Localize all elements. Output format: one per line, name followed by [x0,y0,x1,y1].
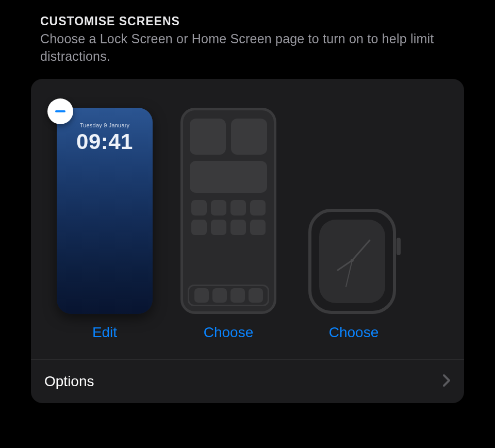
dock-placeholder [188,285,269,306]
widget-placeholder [190,119,226,155]
previews-row: Tuesday 9 January 09:41 Edit [31,79,464,359]
watch-crown-icon [397,238,401,255]
app-icon-placeholder [194,288,209,303]
app-icon-grid [191,200,266,235]
remove-lock-screen-button[interactable] [47,98,73,124]
lock-screen-date: Tuesday 9 January [57,122,153,128]
app-icon-placeholder [230,220,246,235]
app-icon-placeholder [249,288,263,303]
watch-face-preview[interactable]: Choose [308,209,399,341]
app-icon-placeholder [230,200,246,215]
section-header: CUSTOMISE SCREENS Choose a Lock Screen o… [31,14,464,72]
lock-screen-time: 09:41 [57,129,153,154]
section-title: CUSTOMISE SCREENS [40,14,455,28]
watch-icon[interactable] [308,209,399,314]
widget-placeholder-wide [190,161,267,193]
choose-watch-face-button[interactable]: Choose [329,324,379,341]
minus-icon [55,110,65,112]
options-label: Options [44,373,94,390]
choose-home-screen-button[interactable]: Choose [204,324,254,341]
app-icon-placeholder [211,220,226,235]
app-icon-placeholder [191,220,207,235]
lock-screen-phone[interactable]: Tuesday 9 January 09:41 [57,108,153,314]
svg-point-3 [351,259,354,262]
customise-screens-card: Tuesday 9 January 09:41 Edit [31,79,464,403]
widget-placeholder [231,119,267,155]
chevron-right-icon [442,374,451,389]
home-screen-preview[interactable]: Choose [180,108,276,341]
home-screen-phone[interactable] [180,108,276,314]
watch-face-placeholder [319,220,385,303]
watch-hands-icon [319,220,385,301]
app-icon-placeholder [212,288,227,303]
svg-line-0 [352,240,370,260]
section-subtitle: Choose a Lock Screen or Home Screen page… [40,30,455,65]
lock-screen-preview[interactable]: Tuesday 9 January 09:41 Edit [57,108,153,341]
app-icon-placeholder [230,288,245,303]
app-icon-placeholder [191,200,207,215]
app-icon-placeholder [211,200,226,215]
options-row[interactable]: Options [31,359,464,403]
app-icon-placeholder [250,200,266,215]
edit-lock-screen-button[interactable]: Edit [92,324,117,341]
app-icon-placeholder [250,220,266,235]
